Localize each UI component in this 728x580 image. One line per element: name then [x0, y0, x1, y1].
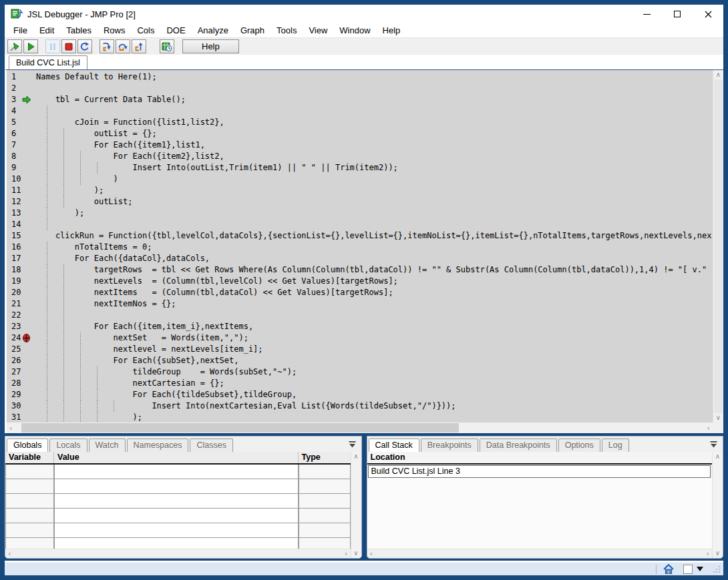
- menu-item-view[interactable]: View: [303, 24, 333, 37]
- code-line[interactable]: 13 );: [7, 208, 713, 219]
- table-cell[interactable]: [5, 509, 54, 523]
- variables-horizontal-scrollbar[interactable]: ‹ ›: [5, 549, 351, 558]
- panel-tab-classes[interactable]: Classes: [190, 439, 232, 452]
- scroll-left-icon[interactable]: ‹: [370, 549, 373, 558]
- scroll-down-icon[interactable]: ∨: [353, 549, 358, 558]
- scroll-up-icon[interactable]: ∧: [716, 70, 721, 79]
- scroll-right-icon[interactable]: ›: [707, 424, 710, 432]
- code-line[interactable]: 25 nextlevel = nextLevels[item_i];: [7, 344, 713, 355]
- help-button[interactable]: Help: [182, 39, 239, 53]
- editor-vscroll-thumb[interactable]: [714, 79, 723, 413]
- scroll-up-icon[interactable]: ∧: [353, 452, 358, 461]
- status-dropdown-icon[interactable]: [697, 567, 703, 571]
- run-button[interactable]: [23, 39, 38, 53]
- code-line[interactable]: 9 Insert Into(outList,Trim(item1) || " "…: [7, 162, 713, 174]
- code-lines[interactable]: 1Names Default to Here(1);23 tbl = Curre…: [7, 70, 713, 422]
- table-cell[interactable]: [54, 494, 299, 509]
- menu-item-cols[interactable]: Cols: [131, 24, 160, 37]
- code-line[interactable]: 28 nextCartesian = {};: [7, 378, 713, 389]
- menu-item-window[interactable]: Window: [333, 24, 376, 37]
- code-line[interactable]: 5 cJoin = Function({list1,list2},: [7, 117, 713, 128]
- code-line[interactable]: 14: [7, 219, 713, 230]
- table-cell[interactable]: [5, 465, 54, 479]
- minimize-button[interactable]: [631, 5, 662, 23]
- table-row[interactable]: [5, 523, 351, 538]
- code-line[interactable]: 19 nextLevels = (Column(tbl,levelCol) <<…: [7, 276, 713, 287]
- table-cell[interactable]: [54, 509, 299, 523]
- step-out-button[interactable]: [132, 39, 146, 53]
- table-cell[interactable]: [299, 479, 351, 494]
- code-line[interactable]: 18 targetRows = tbl << Get Rows Where(As…: [7, 264, 713, 276]
- panel-tab-locals[interactable]: Locals: [49, 439, 87, 452]
- menu-item-tables[interactable]: Tables: [60, 24, 98, 37]
- table-cell[interactable]: [299, 494, 351, 509]
- code-line[interactable]: 10 ): [7, 174, 713, 185]
- panel-tab-call-stack[interactable]: Call Stack: [369, 439, 419, 452]
- callstack-row[interactable]: Build CVC List.jsl Line 3: [368, 465, 711, 478]
- scroll-down-icon[interactable]: ∨: [716, 413, 721, 422]
- editor-horizontal-scrollbar[interactable]: ‹ ›: [7, 422, 713, 433]
- table-cell[interactable]: [54, 465, 299, 479]
- scroll-right-icon[interactable]: ›: [345, 549, 347, 558]
- code-line[interactable]: 30 Insert Into(nextCartesian,Eval List({…: [7, 400, 713, 412]
- resize-grip-icon[interactable]: [713, 565, 721, 573]
- code-line[interactable]: 17 For Each({dataCol},dataCols,: [7, 253, 713, 264]
- code-line[interactable]: 11 );: [7, 185, 713, 196]
- code-line[interactable]: 24 nextSet = Words(item,",");: [7, 332, 713, 344]
- code-line[interactable]: 31 );: [7, 412, 713, 422]
- panel-tab-watch[interactable]: Watch: [89, 439, 126, 452]
- code-line[interactable]: 16 nTotalItems = 0;: [7, 242, 713, 253]
- menu-item-file[interactable]: File: [7, 24, 33, 37]
- code-line[interactable]: 26 For Each({subSet},nextSet,: [7, 355, 713, 366]
- run-script-button[interactable]: [7, 39, 22, 53]
- table-cell[interactable]: [54, 538, 299, 549]
- step-over-button[interactable]: [116, 39, 130, 53]
- table-row[interactable]: [5, 465, 351, 479]
- panel-tab-breakpoints[interactable]: Breakpoints: [421, 439, 478, 452]
- menu-item-rows[interactable]: Rows: [98, 24, 132, 37]
- table-cell[interactable]: [299, 523, 351, 538]
- tab-build-cvc-list-jsl[interactable]: Build CVC List.jsl: [9, 55, 87, 69]
- maximize-button[interactable]: [662, 5, 693, 23]
- table-row[interactable]: [5, 479, 351, 494]
- code-line[interactable]: 29 For Each({tildeSubset},tildeGroup,: [7, 389, 713, 400]
- stop-button[interactable]: [61, 39, 76, 53]
- panel-tab-log[interactable]: Log: [602, 439, 629, 452]
- editor-vertical-scrollbar[interactable]: ∧ ∨: [713, 70, 723, 422]
- table-cell[interactable]: [299, 509, 351, 523]
- pause-button[interactable]: [45, 39, 60, 53]
- scroll-up-icon[interactable]: ∧: [715, 452, 720, 461]
- code-line[interactable]: 2: [7, 83, 713, 94]
- panel-menu-icon[interactable]: [348, 441, 357, 449]
- editor-hscroll-thumb[interactable]: [21, 423, 459, 432]
- table-row[interactable]: [5, 494, 351, 509]
- home-icon[interactable]: [663, 564, 674, 574]
- code-line[interactable]: 3 tbl = Current Data Table();: [7, 94, 713, 105]
- table-cell[interactable]: [5, 494, 54, 509]
- callstack-vertical-scrollbar[interactable]: ∧ ∨: [712, 452, 723, 558]
- code-line[interactable]: 27 tildeGroup = Words(subSet,"~");: [7, 366, 713, 378]
- code-line[interactable]: 23 For Each({item,item_i},nextItems,: [7, 321, 713, 332]
- code-line[interactable]: 15 clickRun = Function({tbl,levelCol,dat…: [7, 230, 713, 242]
- menu-item-help[interactable]: Help: [377, 24, 407, 37]
- panel-tab-options[interactable]: Options: [558, 439, 600, 452]
- code-line[interactable]: 6 outList = {};: [7, 128, 713, 139]
- panel-tab-data-breakpoints[interactable]: Data Breakpoints: [480, 439, 557, 452]
- table-cell[interactable]: [54, 479, 299, 494]
- menu-item-graph[interactable]: Graph: [234, 24, 270, 37]
- breakpoint-marker-icon[interactable]: [22, 334, 31, 342]
- menu-item-tools[interactable]: Tools: [270, 24, 303, 37]
- table-cell[interactable]: [5, 479, 54, 494]
- code-line[interactable]: 20 nextItems = (Column(tbl,dataCol) << G…: [7, 287, 713, 298]
- code-line[interactable]: 4: [7, 105, 713, 117]
- panel-tab-namespaces[interactable]: Namespaces: [127, 439, 189, 452]
- code-line[interactable]: 8 For Each({item2},list2,: [7, 151, 713, 162]
- code-line[interactable]: 22: [7, 310, 713, 321]
- code-line[interactable]: 12 outList;: [7, 196, 713, 208]
- scheduled-run-button[interactable]: [160, 39, 174, 53]
- scroll-down-icon[interactable]: ∨: [715, 549, 720, 558]
- code-line[interactable]: 21 nextItemNos = {};: [7, 298, 713, 310]
- scroll-left-icon[interactable]: ‹: [8, 549, 11, 558]
- table-cell[interactable]: [5, 538, 54, 549]
- reset-button[interactable]: [77, 39, 92, 53]
